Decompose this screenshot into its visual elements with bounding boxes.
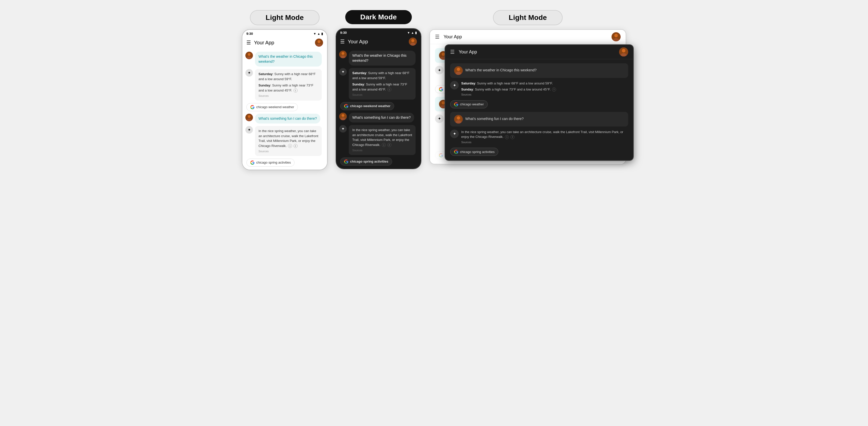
ai-bubble-1-light: Saturday: Sunny with a high near 68°F an… bbox=[255, 69, 322, 101]
tablet-frame-dark: ☰ Your App bbox=[444, 44, 634, 161]
chip-row-2-light: chicago spring activities bbox=[245, 159, 324, 167]
tablet-ai-msg-2-dark: ✦ In the nice spring weather, you can ta… bbox=[450, 130, 628, 144]
sources-1-light: Sources bbox=[258, 94, 318, 98]
tablet-overlap-container: ☰ Your App bbox=[430, 29, 626, 164]
menu-icon-dark[interactable]: ☰ bbox=[340, 39, 345, 44]
wifi-icon: ▼ bbox=[313, 32, 316, 36]
tablet-user-text-2-dark: What's something fun I can do there? bbox=[465, 115, 524, 122]
status-bar-light: 9:30 ▼ ▲ ▮ bbox=[242, 30, 327, 37]
tablet-saturday-text-dark: : Sunny with a high near 68°F and a low … bbox=[475, 81, 553, 85]
ai-avatar-1-light: ✦ bbox=[245, 69, 253, 77]
user-avatar-1-dark bbox=[339, 51, 347, 58]
avatar-light[interactable] bbox=[315, 39, 323, 46]
tablet-ai-av-1-dark: ✦ bbox=[450, 81, 459, 90]
tablet-chip-weather-dark[interactable]: chicago weather bbox=[450, 100, 488, 108]
tablet-menu-icon-light[interactable]: ☰ bbox=[435, 34, 439, 40]
tablet-header-dark: ☰ Your App bbox=[445, 45, 633, 59]
search-chip-1-light[interactable]: chicago weekend weather bbox=[246, 103, 298, 111]
svg-point-16 bbox=[342, 114, 344, 117]
svg-point-31 bbox=[457, 68, 460, 71]
dark-mode-phone-section: Dark Mode 9:30 ▼ ▲ ▮ ☰ Your App bbox=[336, 10, 422, 169]
tablet-sources-1-dark: Sources bbox=[461, 93, 628, 97]
tablet-ai-av-1-light: ✦ bbox=[435, 66, 443, 74]
app-title-dark: Your App bbox=[348, 39, 406, 44]
menu-icon-light[interactable]: ☰ bbox=[246, 40, 251, 45]
tablet-ai-av-2-dark: ✦ bbox=[450, 130, 459, 138]
ai-message-2-dark: ✦ In the nice spring weather, you can ta… bbox=[339, 125, 418, 155]
signal-icon-dark: ▲ bbox=[411, 31, 414, 35]
user-bubble-2-light: What's something fun I can do there? bbox=[255, 114, 320, 124]
tablet-user-msg-2-dark: What's something fun I can do there? bbox=[450, 112, 628, 127]
user-avatar-2-dark bbox=[339, 113, 347, 120]
avatar-dark[interactable] bbox=[409, 38, 417, 45]
tablet-ai-msg-1-dark: ✦ Saturday: Sunny with a high near 68°F … bbox=[450, 81, 628, 97]
tablet-chip-row-2-dark: chicago spring activities bbox=[450, 147, 628, 156]
ai-avatar-1-dark: ✦ bbox=[339, 68, 347, 76]
ai-bubble-1-dark: Saturday: Sunny with a high near 68°F an… bbox=[349, 68, 415, 100]
search-chip-2-light[interactable]: chicago spring activities bbox=[246, 159, 294, 167]
chip-row-2-dark: chicago spring activities bbox=[339, 158, 418, 166]
svg-point-1 bbox=[317, 40, 320, 43]
tablet-chat-dark: What's the weather in Chicago this weeke… bbox=[445, 59, 633, 160]
tablet-title-light: Your App bbox=[443, 34, 612, 40]
chip-1-text-light: chicago weekend weather bbox=[256, 105, 294, 109]
tablet-footnote-2-dark: 1 bbox=[505, 135, 509, 139]
tablet-sunday-text-dark: : Sunny with a high near 73°F and a low … bbox=[473, 88, 551, 91]
user-message-2-light: What's something fun I can do there? bbox=[245, 114, 324, 124]
chip-2-text-dark: chicago spring activities bbox=[350, 160, 389, 163]
tablet-sunday-dark: Sunday: Sunny with a high near 73°F and … bbox=[461, 87, 628, 92]
app-header-dark: ☰ Your App bbox=[336, 36, 421, 47]
user-bubble-1-light: What's the weather in Chicago this weeke… bbox=[255, 52, 322, 67]
light-mode-label-1: Light Mode bbox=[250, 10, 319, 25]
tablet-chip-weather-text-dark: chicago weather bbox=[460, 102, 484, 106]
user-avatar-1-light bbox=[245, 52, 253, 59]
time-dark: 9:30 bbox=[340, 31, 347, 35]
app-header-light: ☰ Your App bbox=[242, 37, 327, 48]
chip-2-text-light: chicago spring activities bbox=[256, 161, 291, 164]
status-icons-light: ▼ ▲ ▮ bbox=[313, 32, 323, 36]
search-chip-2-dark[interactable]: chicago spring activities bbox=[340, 158, 392, 166]
tablet-user-av-1-dark bbox=[454, 66, 463, 75]
user-message-1-dark: What's the weather in Chicago this weeke… bbox=[339, 51, 418, 66]
battery-icon: ▮ bbox=[321, 32, 323, 36]
sparkle-icon-tablet-light: ✦ bbox=[438, 68, 441, 73]
tablet-ai-av-2-light: ✦ bbox=[435, 114, 443, 123]
saturday-label-light: Saturday bbox=[258, 72, 273, 76]
svg-point-10 bbox=[411, 39, 414, 42]
time-light: 9:30 bbox=[246, 32, 253, 36]
sources-2-light: Sources bbox=[258, 149, 318, 154]
ai-bubble-2-dark: In the nice spring weather, you can take… bbox=[349, 125, 415, 155]
footnote-2-dark: 1 bbox=[382, 143, 386, 147]
dark-mode-label: Dark Mode bbox=[345, 10, 412, 24]
tablet-title-dark: Your App bbox=[459, 50, 619, 55]
wifi-icon-dark: ▼ bbox=[407, 31, 410, 35]
light-mode-label-tablet: Light Mode bbox=[493, 10, 562, 25]
tablet-saturday-dark: Saturday: Sunny with a high near 68°F an… bbox=[461, 81, 628, 86]
chip-1-text-dark: chicago weekend weather bbox=[350, 104, 391, 108]
tablet-footnote-1-dark: 1 bbox=[552, 88, 556, 92]
phone-frame-dark: 9:30 ▼ ▲ ▮ ☰ Your App bbox=[336, 28, 422, 169]
sparkle-icon-2-tablet-dark: ✦ bbox=[453, 131, 456, 136]
sparkle-icon-dark: ✦ bbox=[341, 70, 345, 74]
search-chip-1-dark[interactable]: chicago weekend weather bbox=[340, 102, 394, 110]
saturday-label-dark: Saturday bbox=[352, 71, 366, 75]
tablet-avatar-dark[interactable] bbox=[619, 47, 628, 57]
tablet-avatar-light[interactable] bbox=[612, 32, 621, 41]
tablet-sunday-label-dark: Sunday bbox=[461, 88, 473, 91]
tablet-footnote-3-dark: 2 bbox=[510, 135, 515, 139]
svg-point-19 bbox=[614, 34, 618, 37]
tablet-chip-2-dark[interactable]: chicago spring activities bbox=[450, 148, 498, 156]
signal-icon: ▲ bbox=[317, 32, 320, 36]
ai-avatar-2-dark: ✦ bbox=[339, 125, 347, 133]
user-bubble-2-dark: What's something fun I can do there? bbox=[349, 113, 414, 123]
svg-point-7 bbox=[248, 115, 251, 118]
user-bubble-1-dark: What's the weather in Chicago this weeke… bbox=[349, 51, 415, 66]
tablet-section: Light Mode ☰ Your App bbox=[430, 10, 626, 164]
ai-message-1-dark: ✦ Saturday: Sunny with a high near 68°F … bbox=[339, 68, 418, 100]
svg-point-34 bbox=[457, 116, 460, 120]
tablet-menu-icon-dark[interactable]: ☰ bbox=[450, 49, 455, 55]
svg-point-4 bbox=[248, 53, 251, 56]
svg-point-13 bbox=[342, 52, 344, 55]
tablet-user-av-2-dark bbox=[454, 115, 463, 124]
status-bar-dark: 9:30 ▼ ▲ ▮ bbox=[336, 29, 421, 36]
